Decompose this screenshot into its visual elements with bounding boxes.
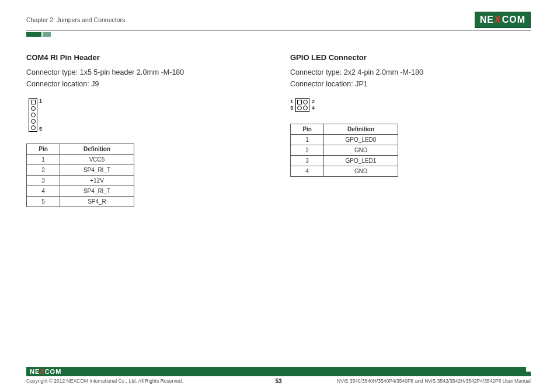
pin-3-circle: [297, 106, 302, 110]
footer-logo: NEXCOM: [30, 368, 61, 375]
th-pin: Pin: [27, 144, 60, 155]
chapter-title: Chapter 2: Jumpers and Connectors: [26, 16, 125, 23]
connector-info-right: Connector type: 2x2 4-pin 2.0mm -M-180 C…: [290, 66, 531, 90]
left-column: COM4 RI Pin Header Connector type: 1x5 5…: [26, 53, 267, 207]
pin-1-square: [31, 100, 36, 104]
pin-diagram-2x2: 1 3 2 4: [290, 98, 531, 112]
right-column: GPIO LED Connector Connector type: 2x2 4…: [290, 53, 531, 207]
table-row: 2GND: [291, 145, 398, 156]
pin-diagram-1x5: 1 5: [29, 98, 37, 132]
pin-label-5: 5: [39, 126, 42, 132]
page-number: 53: [275, 378, 281, 384]
product-name: NViS 3540/3540H/3540P4/3540P8 and NViS 3…: [337, 378, 531, 384]
connector-location: Connector location: JP1: [290, 80, 368, 88]
pin-table-com4: Pin Definition 1VCC5 2SP4_RI_T 3+12V 4SP…: [26, 144, 134, 207]
pin-label-2: 2: [312, 99, 315, 105]
pin-1-square: [297, 100, 302, 104]
connector-type: Connector type: 1x5 5-pin header 2.0mm -…: [26, 68, 184, 76]
logo-x: X: [495, 15, 502, 25]
pin-4-circle: [31, 119, 36, 124]
table-row: 5SP4_R: [27, 197, 134, 207]
pin-label-1: 1: [39, 98, 42, 104]
pin-5-circle: [31, 125, 36, 130]
copyright: Copyright © 2012 NEXCOM International Co…: [26, 378, 183, 384]
footer-decoration: [526, 367, 531, 376]
pin-4-circle: [303, 106, 308, 110]
footer: NEXCOM Copyright © 2012 NEXCOM Internati…: [26, 367, 531, 384]
pin-3-circle: [31, 113, 36, 117]
table-row: 4SP4_RI_T: [27, 186, 134, 197]
table-row: 3+12V: [27, 176, 134, 186]
pin-2-circle: [31, 106, 36, 111]
nexcom-logo: NEXCOM: [475, 12, 531, 28]
logo-pre: NE: [480, 15, 494, 25]
table-row: 1VCC5: [27, 155, 134, 165]
table-row: 4GND: [291, 166, 398, 177]
th-def: Definition: [324, 124, 398, 135]
section-title-gpio: GPIO LED Connector: [290, 53, 531, 62]
pin-label-4: 4: [312, 105, 315, 111]
th-def: Definition: [60, 144, 134, 155]
table-row: 1GPO_LED0: [291, 135, 398, 145]
connector-type: Connector type: 2x2 4-pin 2.0mm -M-180: [290, 68, 423, 76]
connector-location: Connector location: J9: [26, 80, 99, 88]
pin-label-1: 1: [290, 99, 293, 105]
connector-info-left: Connector type: 1x5 5-pin header 2.0mm -…: [26, 66, 267, 90]
table-row: 2SP4_RI_T: [27, 165, 134, 176]
pin-table-gpio: Pin Definition 1GPO_LED0 2GND 3GPO_LED1 …: [290, 124, 398, 177]
section-title-com4: COM4 RI Pin Header: [26, 53, 267, 62]
table-row: 3GPO_LED1: [291, 156, 398, 166]
pin-2-circle: [303, 100, 308, 104]
divider: [26, 30, 531, 31]
pin-label-3: 3: [290, 105, 293, 111]
accent-bar: [26, 32, 531, 37]
logo-post: COM: [502, 15, 525, 25]
th-pin: Pin: [291, 124, 324, 135]
